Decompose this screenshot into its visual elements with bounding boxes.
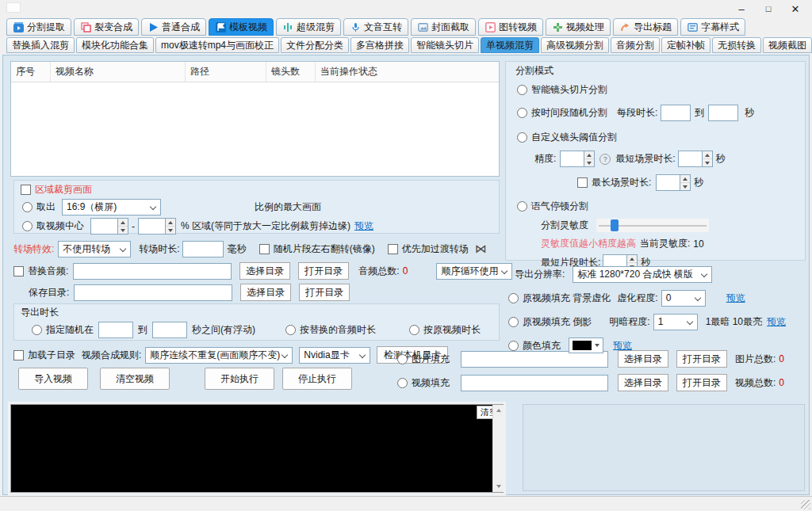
spin-down[interactable] bbox=[584, 159, 594, 166]
subtab-advanced-split[interactable]: 高级视频分割 bbox=[541, 37, 609, 53]
gpu-dropdown[interactable]: Nvidia显卡 bbox=[299, 347, 370, 364]
resolution-dropdown[interactable]: 标准 1280*720 合成快 横版 bbox=[573, 266, 712, 283]
tab-super-mix[interactable]: 超级混剪 bbox=[276, 18, 341, 36]
tab-video-process[interactable]: 视频处理 bbox=[546, 18, 611, 36]
image-fill-radio[interactable] bbox=[397, 354, 408, 364]
spin-up[interactable] bbox=[627, 255, 637, 263]
subtab-video-snapshot[interactable]: 视频截图 bbox=[763, 37, 812, 53]
crop-ratio-dropdown[interactable]: 16:9（横屏) bbox=[62, 199, 161, 215]
subtab-file-sort[interactable]: 文件分配分类 bbox=[281, 37, 349, 53]
subtab-frame-interp[interactable]: 定帧补帧 bbox=[661, 37, 710, 53]
slider-thumb[interactable] bbox=[611, 219, 619, 231]
crop-center-width-spinner[interactable] bbox=[90, 218, 128, 235]
max-scene-checkbox[interactable] bbox=[577, 177, 588, 188]
clear-videos-button[interactable]: 清空视频 bbox=[100, 368, 170, 390]
load-subdir-checkbox[interactable] bbox=[13, 350, 24, 360]
tab-normal-compose[interactable]: 普通合成 bbox=[141, 18, 206, 36]
spin-down[interactable] bbox=[118, 227, 128, 234]
color-preview-link[interactable]: 预览 bbox=[613, 339, 632, 353]
video-open-dir-button[interactable]: 打开目录 bbox=[676, 374, 727, 391]
scroll-up-icon[interactable] bbox=[495, 406, 503, 414]
spin-up[interactable] bbox=[703, 151, 712, 159]
subtab-lossless-convert[interactable]: 无损转换 bbox=[712, 37, 761, 53]
crop-takeout-radio[interactable] bbox=[22, 202, 33, 212]
tab-fission-compose[interactable]: 裂变合成 bbox=[74, 18, 139, 36]
segment-to-input[interactable] bbox=[708, 105, 738, 121]
crop-preview-link[interactable]: 预览 bbox=[354, 219, 373, 233]
replace-audio-path-input[interactable] bbox=[73, 263, 232, 280]
scroll-down-icon[interactable] bbox=[495, 482, 503, 490]
subtab-grid-splice[interactable]: 多宫格拼接 bbox=[350, 37, 409, 53]
audio-open-dir-button[interactable]: 打开目录 bbox=[298, 262, 349, 280]
spin-down[interactable] bbox=[680, 183, 690, 190]
tab-subtitle-style[interactable]: 字幕样式 bbox=[680, 18, 745, 36]
time-random-radio[interactable] bbox=[517, 108, 527, 118]
import-videos-button[interactable]: 导入视频 bbox=[18, 368, 88, 390]
log-output-box[interactable] bbox=[10, 404, 504, 493]
log-scrollbar[interactable] bbox=[492, 405, 504, 492]
save-open-dir-button[interactable]: 打开目录 bbox=[299, 284, 350, 301]
tab-image-to-video[interactable]: 图转视频 bbox=[478, 18, 543, 36]
tab-split-extract[interactable]: 分割提取 bbox=[6, 18, 71, 36]
crop-center-radio[interactable] bbox=[22, 221, 33, 231]
spin-up[interactable] bbox=[118, 219, 128, 227]
transition-dropdown[interactable]: 不使用转场 bbox=[58, 241, 131, 257]
color-fill-radio[interactable] bbox=[508, 341, 519, 351]
subtab-module-collection[interactable]: 模块化功能合集 bbox=[76, 37, 154, 53]
stop-button[interactable]: 停止执行 bbox=[282, 368, 352, 390]
subtab-mov-to-mp4[interactable]: mov极速转mp4与画面校正 bbox=[155, 37, 279, 53]
custom-threshold-radio[interactable] bbox=[517, 132, 527, 143]
sensitivity-slider[interactable] bbox=[596, 219, 709, 232]
video-table[interactable]: 序号 视频名称 路径 镜头数 当前操作状态 bbox=[10, 61, 500, 177]
tab-export-title[interactable]: 导出标题 bbox=[613, 18, 678, 36]
spin-up[interactable] bbox=[584, 151, 594, 159]
subtab-replace-insert-mix[interactable]: 替换插入混剪 bbox=[6, 37, 75, 53]
minimize-button[interactable]: – bbox=[728, 0, 755, 17]
audio-select-dir-button[interactable]: 选择目录 bbox=[239, 262, 290, 280]
duration-from-input[interactable] bbox=[98, 322, 133, 338]
compose-rule-dropdown[interactable]: 顺序连续不重复(画面顺序不变) bbox=[145, 347, 293, 364]
shadow-preview-link[interactable]: 预览 bbox=[767, 315, 786, 329]
save-select-dir-button[interactable]: 选择目录 bbox=[240, 284, 291, 301]
replace-audio-checkbox[interactable] bbox=[13, 266, 24, 276]
min-scene-spinner[interactable] bbox=[678, 151, 713, 167]
segment-from-input[interactable] bbox=[661, 105, 691, 121]
smart-slice-radio[interactable] bbox=[517, 85, 527, 95]
tab-text-audio[interactable]: 文音互转 bbox=[343, 18, 408, 36]
shadow-fill-radio[interactable] bbox=[508, 317, 519, 327]
priority-transition-checkbox[interactable] bbox=[388, 244, 398, 254]
precision-spinner[interactable] bbox=[560, 151, 595, 167]
save-dir-input[interactable] bbox=[74, 284, 232, 301]
blur-fill-radio[interactable] bbox=[508, 293, 519, 303]
blur-level-dropdown[interactable]: 0 bbox=[661, 290, 706, 307]
spin-down[interactable] bbox=[166, 227, 175, 234]
original-duration-radio[interactable] bbox=[409, 325, 419, 335]
close-button[interactable]: ✕ bbox=[782, 0, 809, 17]
spin-up[interactable] bbox=[680, 175, 690, 183]
help-icon[interactable]: ? bbox=[599, 154, 611, 165]
tab-cover-capture[interactable]: 封面截取 bbox=[411, 18, 476, 36]
brightness-dropdown[interactable]: 1 bbox=[653, 314, 698, 330]
subtab-audio-split[interactable]: 音频分割 bbox=[611, 37, 660, 53]
pause-split-radio[interactable] bbox=[517, 201, 527, 212]
random-duration-radio[interactable] bbox=[32, 325, 42, 335]
crop-center-height-spinner[interactable] bbox=[138, 218, 176, 235]
blur-preview-link[interactable]: 预览 bbox=[726, 292, 745, 305]
spin-down[interactable] bbox=[703, 159, 712, 166]
color-picker-dropdown[interactable] bbox=[569, 337, 603, 353]
subtab-smart-shot-slice[interactable]: 智能镜头切片 bbox=[411, 37, 479, 53]
subtab-single-video-mix[interactable]: 单视频混剪 bbox=[481, 37, 539, 53]
secondary-log-panel[interactable] bbox=[523, 404, 805, 491]
max-scene-spinner[interactable] bbox=[656, 174, 691, 191]
video-select-dir-button[interactable]: 选择目录 bbox=[618, 374, 668, 391]
tab-template-video[interactable]: 模板视频 bbox=[209, 18, 274, 36]
video-fill-radio[interactable] bbox=[397, 378, 408, 388]
resize-grip[interactable] bbox=[801, 500, 810, 509]
start-button[interactable]: 开始执行 bbox=[205, 368, 274, 390]
duration-to-input[interactable] bbox=[152, 322, 187, 338]
spin-up[interactable] bbox=[166, 219, 175, 227]
transition-duration-input[interactable] bbox=[182, 241, 224, 257]
audio-order-dropdown[interactable]: 顺序循环使用 bbox=[436, 263, 512, 280]
image-open-dir-button[interactable]: 打开目录 bbox=[676, 350, 727, 368]
audio-duration-radio[interactable] bbox=[285, 325, 296, 335]
